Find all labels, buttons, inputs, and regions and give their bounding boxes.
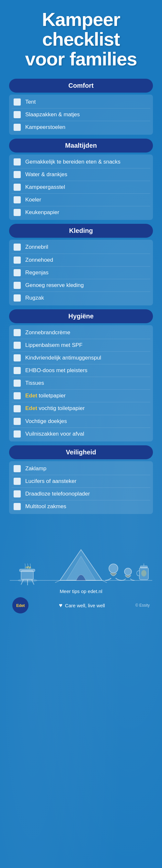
checkbox[interactable] (13, 124, 21, 131)
checkbox[interactable] (13, 354, 21, 362)
checkbox[interactable] (13, 111, 21, 118)
item-text: EHBO-doos met pleisters (25, 367, 88, 374)
checklist-item: Water & drankjes (12, 168, 150, 181)
footer-tip-text: Meer tips op edet.nl (60, 588, 102, 594)
checkbox[interactable] (13, 465, 21, 472)
section-hygiene: HygiëneZonnebrandcrèmeLippenbalsem met S… (9, 309, 153, 441)
checklist-item: Gemakkelijk te bereiden eten & snacks (12, 156, 150, 168)
svg-rect-3 (20, 569, 35, 572)
title-line2: checklist (42, 29, 120, 50)
item-text: Regenjas (25, 269, 48, 276)
checklist-item: Edet toiletpapier (12, 390, 150, 402)
checklist-item: Tissues (12, 377, 150, 390)
checkbox[interactable] (13, 256, 21, 264)
item-text: Kampeergasstel (25, 184, 65, 191)
section-header-comfort: Comfort (9, 79, 153, 93)
checklist-item: Draadloze telefoonoplader (12, 488, 150, 500)
item-text: Edet vochtig toiletpapier (25, 405, 85, 412)
checklist-item: Tent (12, 96, 150, 108)
checkbox[interactable] (13, 329, 21, 336)
checklist-item: Vochtige doekjes (12, 415, 150, 428)
checkbox[interactable] (13, 367, 21, 374)
item-text: Genoeg reserve kleding (25, 282, 84, 289)
svg-line-9 (55, 580, 60, 583)
section-header-maaltijden: Maaltijden (9, 138, 153, 153)
footer-tip: Meer tips op edet.nl (9, 588, 153, 594)
checklist-item: Zaklamp (12, 463, 150, 475)
checklist-item: Koeler (12, 194, 150, 206)
section-veiligheid: VeiligheidZaklampLucifers of aanstekerDr… (9, 445, 153, 514)
items-list-hygiene: ZonnebrandcrèmeLippenbalsem met SPFKindv… (9, 325, 153, 441)
checkbox[interactable] (13, 171, 21, 178)
section-header-text-maaltijden: Maaltijden (65, 142, 97, 149)
checklist-item: Vuilniszakken voor afval (12, 428, 150, 440)
checkbox[interactable] (13, 418, 21, 425)
items-list-maaltijden: Gemakkelijk te bereiden eten & snacksWat… (9, 154, 153, 220)
checkbox[interactable] (13, 490, 21, 497)
sections-container: ComfortTentSlaapzakken & matjesKampeerst… (9, 79, 153, 514)
section-header-hygiene: Hygiëne (9, 309, 153, 323)
svg-point-16 (141, 570, 147, 577)
heart-icon: ♥ (59, 602, 63, 609)
checkbox[interactable] (13, 392, 21, 399)
checklist-item: Zonnehoed (12, 254, 150, 267)
checkbox[interactable] (13, 282, 21, 289)
svg-point-12 (124, 568, 132, 575)
item-text: Tent (25, 98, 36, 105)
section-header-text-hygiene: Hygiëne (68, 313, 94, 320)
item-text: Draadloze telefoonoplader (25, 490, 90, 497)
items-list-comfort: TentSlaapzakken & matjesKampeerstoelen (9, 95, 153, 135)
checkbox[interactable] (13, 342, 21, 349)
svg-rect-14 (140, 566, 148, 568)
copyright: © Essity (135, 603, 150, 608)
section-header-veiligheid: Veiligheid (9, 445, 153, 459)
edet-logo-text: Edet (16, 603, 25, 608)
checkbox[interactable] (13, 209, 21, 216)
checkbox[interactable] (13, 294, 21, 302)
checkbox[interactable] (13, 430, 21, 438)
item-text: Kindvriendelijk antimuggenspul (25, 354, 101, 362)
checklist-item: Slaapzakken & matjes (12, 108, 150, 121)
svg-point-11 (109, 564, 118, 573)
checkbox[interactable] (13, 478, 21, 485)
title-line1: Kampeer (42, 9, 120, 30)
edet-brand-label: Edet (25, 405, 39, 411)
checklist-item: Zonnebrandcrème (12, 327, 150, 339)
main-container: Kampeer checklist voor families ComfortT… (0, 0, 162, 626)
illustration-svg (9, 521, 153, 585)
svg-rect-2 (21, 571, 33, 580)
checklist-item: Zonnebril (12, 241, 150, 254)
item-text: Kampeerstoelen (25, 124, 65, 131)
title-line3: voor families (25, 48, 137, 69)
footer-logo-area: Edet ♥ Care well, live well © Essity (9, 597, 153, 614)
checkbox[interactable] (13, 244, 21, 251)
item-text: Keukenpapier (25, 209, 59, 216)
checklist-item: EHBO-doos met pleisters (12, 364, 150, 377)
checkbox[interactable] (13, 158, 21, 165)
checkbox[interactable] (13, 196, 21, 204)
checklist-item: Kampeerstoelen (12, 121, 150, 133)
checkbox[interactable] (13, 98, 21, 105)
checklist-item: Multitool zakmes (12, 500, 150, 513)
section-header-kleding: Kleding (9, 224, 153, 238)
checklist-item: Lippenbalsem met SPF (12, 339, 150, 352)
section-header-text-veiligheid: Veiligheid (66, 448, 96, 456)
checklist-item: Keukenpapier (12, 206, 150, 219)
tagline-text: Care well, live well (65, 603, 105, 608)
checkbox[interactable] (13, 380, 21, 387)
section-kleding: KledingZonnebrilZonnehoedRegenjasGenoeg … (9, 224, 153, 305)
section-header-text-kleding: Kleding (69, 227, 93, 234)
item-text: Lucifers of aansteker (25, 478, 76, 485)
checkbox[interactable] (13, 405, 21, 412)
checkbox[interactable] (13, 503, 21, 510)
item-text: Koeler (25, 196, 41, 204)
item-text: Zaklamp (25, 465, 46, 472)
tagline: ♥ Care well, live well (59, 602, 105, 609)
item-text: Water & drankjes (25, 171, 67, 178)
checklist-item: Edet vochtig toiletpapier (12, 402, 150, 415)
item-text: Tissues (25, 380, 44, 387)
checkbox[interactable] (13, 184, 21, 191)
item-text: Multitool zakmes (25, 503, 66, 510)
item-text: Lippenbalsem met SPF (25, 342, 83, 349)
checkbox[interactable] (13, 269, 21, 276)
